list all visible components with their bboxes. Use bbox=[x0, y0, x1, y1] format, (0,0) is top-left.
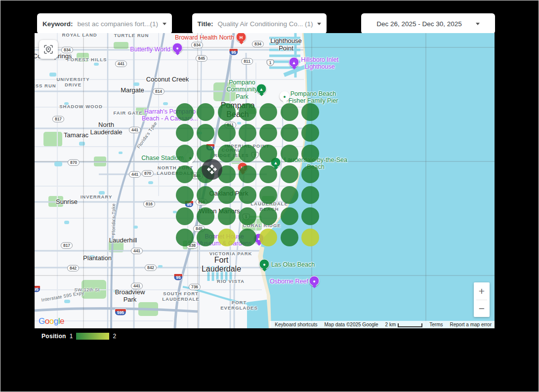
grid-point[interactable] bbox=[197, 207, 214, 225]
grid-point[interactable] bbox=[197, 103, 214, 121]
grid-point[interactable] bbox=[239, 229, 256, 246]
grid-point[interactable] bbox=[301, 124, 319, 142]
grid-point[interactable] bbox=[259, 165, 277, 183]
grid-point[interactable] bbox=[218, 103, 236, 121]
grid-point[interactable] bbox=[301, 145, 319, 162]
grid-point[interactable] bbox=[281, 145, 298, 162]
keyword-dropdown[interactable]: Keyword: best ac companies fort...(1) bbox=[37, 13, 172, 34]
locate-pin-icon bbox=[43, 44, 54, 55]
grid-point[interactable] bbox=[301, 103, 319, 121]
map-canvas[interactable]: ROYAL LANDTURTLE RUNFOREST HILLSUNIVERSI… bbox=[35, 33, 495, 328]
title-value: Quality Air Conditioning Co... (1) bbox=[218, 20, 313, 28]
legend-max: 2 bbox=[113, 333, 116, 340]
google-logo-letter: e bbox=[60, 316, 64, 326]
grid-point[interactable] bbox=[281, 103, 298, 121]
grid-point[interactable] bbox=[218, 186, 236, 204]
chevron-down-icon bbox=[163, 23, 166, 25]
keyboard-shortcuts-link[interactable]: Keyboard shortcuts bbox=[275, 322, 317, 327]
grid-point[interactable] bbox=[259, 229, 277, 246]
grid-point[interactable] bbox=[239, 165, 256, 183]
title-label: Title: bbox=[198, 20, 213, 28]
grid-point[interactable] bbox=[281, 229, 298, 246]
grid-point[interactable] bbox=[176, 207, 194, 225]
map-center-drag-marker[interactable] bbox=[202, 159, 222, 180]
keyword-value: best ac companies fort...(1) bbox=[77, 20, 158, 28]
zoom-out-button[interactable]: − bbox=[474, 300, 490, 317]
scale-text: 2 km bbox=[385, 322, 396, 327]
google-logo-letter: g bbox=[54, 316, 58, 326]
legend-title: Position bbox=[41, 333, 66, 340]
grid-point[interactable] bbox=[281, 186, 298, 204]
google-logo-letter: o bbox=[45, 316, 49, 326]
grid-point[interactable] bbox=[239, 124, 256, 142]
grid-point[interactable] bbox=[281, 165, 298, 183]
map-attribution: Keyboard shortcuts Map data ©2025 Google… bbox=[270, 321, 495, 328]
title-dropdown[interactable]: Title: Quality Air Conditioning Co... (1… bbox=[192, 13, 327, 34]
locate-button[interactable] bbox=[39, 40, 58, 59]
grid-point[interactable] bbox=[259, 186, 277, 204]
grid-point[interactable] bbox=[259, 124, 277, 142]
grid-point[interactable] bbox=[281, 207, 298, 225]
terms-link[interactable]: Terms bbox=[429, 322, 443, 327]
grid-point[interactable] bbox=[239, 145, 256, 162]
grid-point[interactable] bbox=[239, 103, 256, 121]
grid-point[interactable] bbox=[197, 186, 214, 204]
chevron-down-icon bbox=[476, 23, 480, 25]
grid-point[interactable] bbox=[218, 145, 236, 162]
zoom-control: + − bbox=[474, 282, 490, 317]
grid-point[interactable] bbox=[197, 124, 214, 142]
grid-point[interactable] bbox=[176, 165, 194, 183]
grid-point[interactable] bbox=[301, 207, 319, 225]
report-map-error-link[interactable]: Report a map error bbox=[450, 322, 492, 327]
google-logo[interactable]: Google bbox=[39, 316, 64, 326]
grid-point[interactable] bbox=[197, 229, 214, 246]
grid-point[interactable] bbox=[176, 103, 194, 121]
scale-control: 2 km bbox=[385, 322, 423, 327]
grid-point[interactable] bbox=[239, 207, 256, 225]
grid-point[interactable] bbox=[301, 165, 319, 183]
grid-point[interactable] bbox=[259, 145, 277, 162]
legend-min: 1 bbox=[70, 333, 73, 340]
google-logo-letter: o bbox=[49, 316, 54, 326]
grid-point[interactable] bbox=[259, 207, 277, 225]
grid-point[interactable] bbox=[259, 103, 277, 121]
grid-point[interactable] bbox=[239, 186, 256, 204]
move-icon bbox=[207, 164, 217, 175]
google-logo-letter: G bbox=[39, 316, 45, 326]
map-data-text: Map data ©2025 Google bbox=[324, 322, 378, 327]
date-range-value: Dec 26, 2025 - Dec 30, 2025 bbox=[376, 20, 462, 28]
chevron-down-icon bbox=[317, 23, 321, 25]
grid-point[interactable] bbox=[301, 229, 319, 246]
page: Keyword: best ac companies fort...(1) Ti… bbox=[0, 0, 539, 392]
grid-point[interactable] bbox=[218, 124, 236, 142]
grid-point[interactable] bbox=[176, 186, 194, 204]
grid-point[interactable] bbox=[176, 229, 194, 246]
grid-point[interactable] bbox=[218, 229, 236, 246]
position-legend: Position 1 2 bbox=[41, 333, 116, 340]
date-range-dropdown[interactable]: Dec 26, 2025 - Dec 30, 2025 bbox=[361, 13, 495, 34]
grid-point[interactable] bbox=[301, 186, 319, 204]
scale-bar bbox=[398, 323, 422, 327]
grid-point[interactable] bbox=[281, 124, 298, 142]
rank-grid-layer bbox=[35, 33, 495, 328]
grid-point[interactable] bbox=[176, 124, 194, 142]
zoom-in-button[interactable]: + bbox=[474, 282, 490, 300]
grid-point[interactable] bbox=[176, 145, 194, 162]
keyword-label: Keyword: bbox=[42, 20, 73, 28]
legend-gradient-bar bbox=[76, 333, 109, 340]
grid-point[interactable] bbox=[218, 207, 236, 225]
